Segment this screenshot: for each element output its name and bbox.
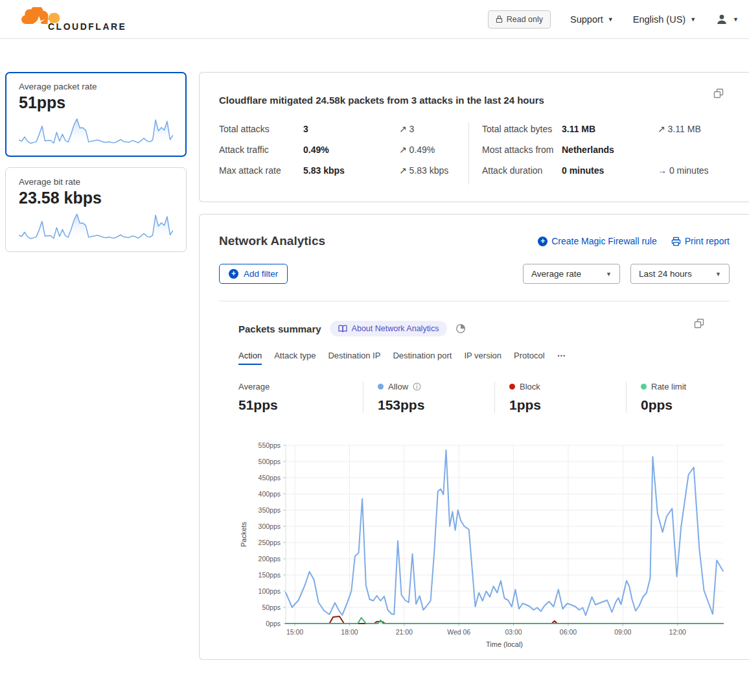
legend-stat-block: Block1pps (494, 382, 626, 413)
language-menu[interactable]: English (US) ▼ (633, 14, 696, 25)
tab-ip-version[interactable]: IP version (464, 351, 501, 365)
network-analytics-title: Network Analytics (219, 234, 325, 248)
stat-trend: → 0 minutes (658, 164, 730, 177)
stat-value: 5.83 kbps (303, 164, 394, 177)
svg-text:12:00: 12:00 (669, 628, 686, 636)
stat-label: Max attack rate (219, 164, 298, 177)
chevron-down-icon: ▼ (608, 16, 614, 23)
stat-trend: ↗ 0.49% (399, 143, 468, 156)
svg-text:15:00: 15:00 (286, 628, 303, 636)
legend-stat-average: Average51pps (238, 382, 363, 413)
cloudflare-logo[interactable]: CLOUDFLARE (9, 7, 126, 32)
tabs-overflow-button[interactable]: ⋯ (557, 351, 566, 365)
stat-value: 3 (303, 122, 394, 135)
sparkline-chart (19, 116, 173, 146)
pie-chart-icon[interactable] (455, 323, 466, 334)
attack-stat-row: Attack traffic0.49%↗ 0.49% (219, 143, 468, 156)
svg-text:Wed 06: Wed 06 (447, 628, 470, 636)
tab-action[interactable]: Action (238, 351, 262, 365)
create-magic-firewall-rule-link[interactable]: + Create Magic Firewall rule (538, 236, 657, 246)
copy-icon[interactable] (694, 318, 705, 332)
legend-label: Average (238, 382, 270, 391)
create-rule-label: Create Magic Firewall rule (551, 236, 657, 246)
svg-text:Time (local): Time (local) (486, 640, 523, 648)
about-pill-label: About Network Analytics (352, 324, 439, 333)
metric-card-average-packet-rate[interactable]: Average packet rate51pps (5, 72, 187, 157)
svg-text:Packets: Packets (240, 521, 248, 547)
support-menu[interactable]: Support ▼ (570, 14, 614, 25)
packets-summary-section: Packets summary About Network Analytics (219, 301, 730, 659)
legend-stat-rate-limit: Rate limit0pps (626, 382, 749, 413)
svg-text:400pps: 400pps (259, 490, 281, 498)
about-network-analytics-pill[interactable]: About Network Analytics (330, 321, 448, 336)
chevron-down-icon: ▼ (690, 16, 696, 23)
read-only-label: Read only (507, 15, 543, 24)
read-only-badge: Read only (488, 10, 551, 29)
svg-text:06:00: 06:00 (560, 628, 577, 636)
attack-stats-right: Total attack bytes3.11 MB↗ 3.11 MBMost a… (468, 122, 730, 185)
metric-card-label: Average bit rate (19, 177, 173, 187)
dimension-tabs: ActionAttack typeDestination IPDestinati… (238, 351, 710, 365)
stat-label: Attack duration (482, 164, 557, 177)
time-range-dropdown-value: Last 24 hours (639, 269, 692, 279)
metric-dropdown[interactable]: Average rate ▼ (523, 264, 620, 284)
tab-destination-ip[interactable]: Destination IP (328, 351, 380, 365)
sparkline-chart (19, 211, 173, 241)
packets-time-series-chart[interactable]: 0pps50pps100pps150pps200pps250pps300pps3… (238, 440, 749, 657)
legend-dot-icon (509, 384, 515, 390)
legend-value: 1pps (509, 397, 626, 413)
legend-label: Rate limit (651, 382, 686, 391)
attack-stat-row: Total attacks3↗ 3 (219, 122, 468, 135)
svg-text:450pps: 450pps (259, 474, 281, 482)
language-label: English (US) (633, 14, 686, 25)
svg-text:21:00: 21:00 (396, 628, 413, 636)
metric-card-average-bit-rate[interactable]: Average bit rate23.58 kbps (5, 167, 187, 252)
stat-label: Total attack bytes (482, 122, 557, 135)
info-icon[interactable] (413, 382, 421, 391)
svg-text:500pps: 500pps (259, 458, 281, 465)
svg-text:0pps: 0pps (266, 620, 281, 627)
account-menu[interactable]: ▼ (715, 13, 739, 26)
lock-icon (496, 15, 503, 23)
legend-value: 51pps (238, 397, 363, 413)
attack-stat-row: Total attack bytes3.11 MB↗ 3.11 MB (482, 122, 730, 135)
legend-label: Block (520, 382, 540, 391)
chevron-down-icon: ▼ (715, 271, 721, 277)
stat-trend: ↗ 3.11 MB (658, 122, 730, 135)
legend-value: 153pps (378, 397, 494, 413)
stat-trend: ↗ 3 (399, 122, 468, 135)
attack-stats-left: Total attacks3↗ 3Attack traffic0.49%↗ 0.… (219, 122, 468, 185)
svg-text:200pps: 200pps (259, 555, 281, 563)
svg-text:150pps: 150pps (259, 571, 281, 579)
legend-label: Allow (388, 382, 408, 391)
metric-card-value: 23.58 kbps (19, 189, 173, 207)
tab-destination-port[interactable]: Destination port (393, 351, 452, 365)
plus-icon: + (538, 237, 547, 246)
svg-text:350pps: 350pps (259, 506, 281, 514)
legend-dot-icon (378, 384, 384, 390)
legend-value: 0pps (641, 397, 749, 413)
attack-stat-row: Most attacks fromNetherlands (482, 143, 730, 156)
copy-icon[interactable] (713, 88, 724, 102)
metric-card-label: Average packet rate (19, 82, 173, 91)
support-label: Support (570, 14, 603, 25)
stat-value: 0 minutes (562, 164, 652, 177)
legend-stat-allow: Allow153pps (363, 382, 494, 413)
legend-stats-row: Average51ppsAllow153ppsBlock1ppsRate lim… (238, 382, 710, 413)
print-report-link[interactable]: Print report (671, 236, 730, 246)
chevron-down-icon: ▼ (733, 16, 739, 23)
attack-summary-title: Cloudflare mitigated 24.58k packets from… (219, 95, 730, 106)
print-report-label: Print report (685, 236, 730, 246)
stat-trend: ↗ 5.83 kbps (399, 164, 468, 177)
packets-summary-title: Packets summary (238, 323, 321, 334)
stat-label: Most attacks from (482, 143, 557, 156)
tab-protocol[interactable]: Protocol (514, 351, 545, 365)
stat-value: 0.49% (303, 143, 394, 156)
add-filter-label: Add filter (244, 269, 278, 279)
top-header: CLOUDFLARE Read only Support ▼ English (… (0, 0, 749, 39)
book-icon (338, 325, 347, 332)
add-filter-button[interactable]: + Add filter (219, 264, 288, 284)
stat-label: Attack traffic (219, 143, 298, 156)
time-range-dropdown[interactable]: Last 24 hours ▼ (630, 264, 730, 284)
tab-attack-type[interactable]: Attack type (274, 351, 316, 365)
